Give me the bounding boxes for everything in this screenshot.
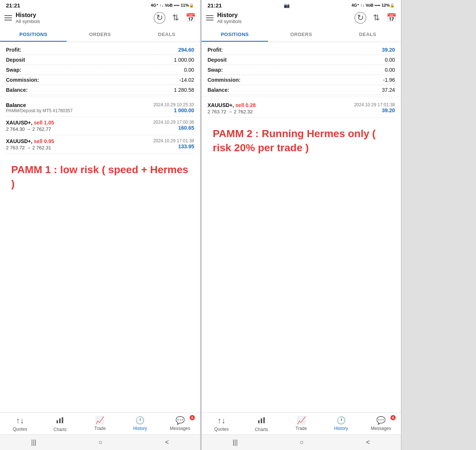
background-filler [402, 0, 476, 450]
tab-positions-1[interactable]: POSITIONS [0, 27, 67, 42]
trade-deposit-info-1: Balance PAMM/Deposit by MT5 #1780357 [6, 102, 73, 113]
tab-deals-1[interactable]: DEALS [134, 27, 200, 42]
status-battery-1: 11%🔒 [181, 3, 194, 8]
status-bar-2: 21:21 📷 4G⁺ ↑↓ VoB ▪▪▪▪ 12%🔒 [202, 0, 401, 10]
history-icon-2: 🕐 [337, 416, 346, 425]
trade-label-1: Trade [94, 426, 106, 431]
summary-section-1: Profit: 294.60 Deposit 1 000.00 Swap: 0.… [0, 42, 200, 97]
nav-trade-1[interactable]: 📈 Trade [80, 416, 120, 432]
nav-trade-2[interactable]: 📈 Trade [281, 416, 321, 432]
trade-right-1-2: 2024.10.29 17:01:38 39.20 [354, 102, 395, 113]
summary-profit-value-2: 39.20 [382, 47, 395, 53]
summary-profit-label-1: Profit: [6, 47, 21, 53]
summary-swap-1: Swap: 0.00 [6, 65, 194, 75]
summary-profit-1: Profit: 294.60 [6, 45, 194, 55]
messages-label-2: Messages [371, 426, 391, 431]
history-label-1: History [133, 426, 147, 431]
nav-messages-1[interactable]: 6 💬 Messages [160, 416, 200, 432]
trade-date-1-1: 2024.10.29 17:00:36 [153, 120, 194, 125]
header-title-1: History [16, 12, 40, 19]
hamburger-menu-1[interactable] [4, 15, 12, 20]
sort-icon-2[interactable]: ⇅ [373, 13, 380, 23]
hamburger-menu-2[interactable] [206, 15, 213, 20]
nav-charts-1[interactable]: Charts [40, 416, 80, 432]
summary-balance-value-2: 37.24 [382, 87, 395, 93]
trade-deposit-symbol-1: Balance [6, 102, 73, 108]
summary-commission-label-2: Commission: [208, 77, 241, 83]
trade-info-2-1: XAUUSD+, sell 0.95 2 763.72 → 2 762.31 [6, 138, 54, 150]
tab-positions-2[interactable]: POSITIONS [202, 27, 268, 42]
phone-2: 21:21 📷 4G⁺ ↑↓ VoB ▪▪▪▪ 12%🔒 History All… [201, 0, 402, 450]
trade-date-1-2: 2024.10.29 17:01:38 [354, 102, 395, 107]
sort-icon-1[interactable]: ⇅ [172, 13, 179, 23]
trade-symbol-1-1: XAUUSD+, sell 1.05 [6, 120, 54, 126]
nav-history-1[interactable]: 🕐 History [120, 416, 160, 432]
nav-history-2[interactable]: 🕐 History [321, 416, 361, 432]
summary-commission-value-2: -1.96 [383, 77, 395, 83]
refresh-icon-2[interactable]: ↻ [354, 12, 366, 24]
header-title-block-2: History All symbols [217, 12, 242, 24]
quotes-label-1: Quotes [13, 427, 27, 432]
refresh-icon-1[interactable]: ↻ [154, 12, 165, 24]
sys-home-2[interactable]: ○ [300, 438, 304, 446]
summary-profit-label-2: Profit: [208, 47, 223, 53]
sys-nav-2: ||| ○ < [202, 434, 401, 450]
trade-entry-1-1: XAUUSD+, sell 1.05 2 764.30 → 2 762.77 2… [6, 117, 194, 135]
sys-back-2[interactable]: < [366, 438, 370, 446]
header-subtitle-2: All symbols [217, 19, 242, 24]
trade-prices-1-1: 2 764.30 → 2 762.77 [6, 126, 54, 132]
status-right-1: 4G⁺ ↑↓ VoB ▪▪▪▪ 11%🔒 [151, 3, 194, 8]
tab-orders-2[interactable]: ORDERS [268, 27, 335, 42]
trade-sell-1-2: sell 0.28 [235, 102, 256, 108]
sys-menu-1[interactable]: ||| [31, 438, 36, 446]
header-left-2: History All symbols [206, 12, 242, 24]
tab-orders-1[interactable]: ORDERS [67, 27, 133, 42]
nav-quotes-1[interactable]: ↑↓ Quotes [0, 416, 40, 432]
nav-messages-2[interactable]: 6 💬 Messages [361, 416, 401, 432]
trade-label-2: Trade [296, 426, 307, 431]
svg-rect-2 [62, 417, 63, 423]
tabs-1: POSITIONS ORDERS DEALS [0, 27, 200, 42]
summary-deposit-value-2: 0.00 [385, 57, 395, 63]
sys-menu-2[interactable]: ||| [232, 438, 238, 446]
trade-header-deposit-1: Balance PAMM/Deposit by MT5 #1780357 202… [6, 102, 194, 113]
svg-rect-3 [258, 420, 260, 423]
summary-balance-label-2: Balance: [208, 87, 229, 93]
status-network-1: 4G⁺ ↑↓ VoB ▪▪▪▪ [151, 3, 180, 8]
calendar-icon-1[interactable]: 📅 [186, 13, 196, 23]
trade-section-1: Balance PAMM/Deposit by MT5 #1780357 202… [0, 97, 200, 155]
header-left-1: History All symbols [4, 12, 40, 24]
header-icons-1: ↻ ⇅ 📅 [154, 12, 196, 24]
trade-deposit-sub-1: PAMM/Deposit by MT5 #1780357 [6, 108, 73, 113]
trade-prices-2-1: 2 763.72 → 2 762.31 [6, 145, 54, 150]
calendar-icon-2[interactable]: 📅 [386, 13, 396, 23]
tabs-2: POSITIONS ORDERS DEALS [202, 27, 401, 42]
summary-balance-2: Balance: 37.24 [208, 85, 395, 95]
status-time-2: 21:21 [208, 2, 222, 9]
summary-deposit-1: Deposit 1 000.00 [6, 55, 194, 65]
trade-profit-1-2: 39.20 [354, 107, 395, 113]
quotes-icon-2: ↑↓ [218, 416, 226, 425]
trade-profit-1-1: 160.65 [153, 125, 194, 131]
charts-icon-2 [257, 416, 266, 426]
nav-charts-2[interactable]: Charts [241, 416, 281, 432]
quotes-label-2: Quotes [214, 427, 229, 432]
status-time-1: 21:21 [6, 2, 20, 9]
bottom-nav-1: ↑↓ Quotes Charts 📈 Trade 🕐 History 6 💬 M… [0, 412, 200, 434]
summary-swap-label-1: Swap: [6, 67, 21, 73]
summary-section-2: Profit: 39.20 Deposit 0.00 Swap: 0.00 Co… [202, 42, 401, 97]
bottom-nav-2: ↑↓ Quotes Charts 📈 Trade 🕐 History 6 💬 M… [202, 412, 401, 434]
status-bar-1: 21:21 4G⁺ ↑↓ VoB ▪▪▪▪ 11%🔒 [0, 0, 200, 10]
sys-home-1[interactable]: ○ [99, 438, 103, 446]
trade-icon-1: 📈 [95, 416, 104, 425]
svg-rect-4 [261, 418, 262, 423]
trade-entry-1-2: XAUUSD+, sell 0.28 2 763.72 → 2 762.32 2… [208, 99, 395, 118]
sys-back-1[interactable]: < [165, 438, 169, 446]
charts-label-2: Charts [255, 427, 268, 432]
nav-quotes-2[interactable]: ↑↓ Quotes [202, 416, 241, 432]
summary-profit-2: Profit: 39.20 [208, 45, 395, 55]
annotation-1: PAMM 1 : low risk ( speed + Hermes ) [0, 155, 200, 198]
trade-prices-1-2: 2 763.72 → 2 762.32 [208, 109, 256, 114]
charts-icon-1 [56, 416, 64, 426]
tab-deals-2[interactable]: DEALS [334, 27, 401, 42]
